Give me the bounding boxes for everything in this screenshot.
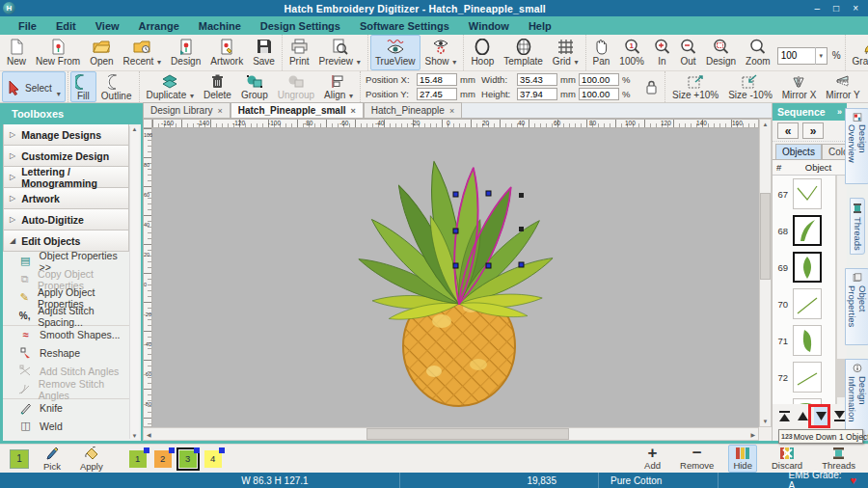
swatch-1[interactable]: 1 bbox=[129, 450, 147, 468]
width-input[interactable] bbox=[517, 73, 557, 86]
sequence-row[interactable]: 70 bbox=[773, 285, 835, 322]
sequence-row[interactable]: 69 bbox=[773, 249, 835, 285]
preview-button[interactable]: Preview ▾ bbox=[314, 35, 366, 70]
toolboxes-scrollbar[interactable]: ▲ ▼ bbox=[129, 126, 139, 439]
align-button[interactable]: Align ▾ bbox=[319, 71, 358, 102]
menu-file[interactable]: File bbox=[10, 18, 45, 34]
panel-arrow-icon[interactable]: » bbox=[837, 107, 842, 117]
grid-button[interactable]: Grid ▾ bbox=[548, 35, 583, 70]
show-dropdown-icon[interactable]: ▾ bbox=[452, 58, 456, 67]
tab-design-library[interactable]: Design Library× bbox=[143, 102, 231, 118]
add-color-button[interactable]: +Add bbox=[639, 445, 665, 473]
tool-adjust-stitch-spacing[interactable]: %,Adjust Stitch Spacing... bbox=[3, 307, 129, 325]
template-button[interactable]: Template bbox=[499, 35, 548, 70]
move-up-button[interactable] bbox=[795, 407, 810, 425]
scroll-down-icon[interactable]: ▼ bbox=[132, 433, 138, 439]
tool-smooth-shapes[interactable]: ≈Smooth Shapes... bbox=[3, 325, 129, 343]
menu-view[interactable]: View bbox=[87, 18, 128, 34]
position-x-input[interactable] bbox=[417, 73, 457, 86]
artwork-button[interactable]: Artwork bbox=[205, 35, 248, 70]
show-button[interactable]: Show ▾ bbox=[420, 35, 462, 70]
scroll-up-icon[interactable]: ▲ bbox=[132, 126, 138, 132]
position-y-input[interactable] bbox=[417, 88, 457, 100]
section-artwork[interactable]: ▷Artwork bbox=[3, 188, 129, 209]
select-button[interactable]: Select ▾ bbox=[2, 71, 66, 102]
zoom-out-button[interactable]: Out bbox=[675, 35, 701, 70]
duplicate-button[interactable]: Duplicate ▾ bbox=[142, 71, 200, 102]
outline-button[interactable]: Outline bbox=[96, 71, 137, 102]
apply-color-button[interactable]: Apply bbox=[75, 445, 108, 474]
sequence-row[interactable]: 72 bbox=[773, 359, 835, 395]
section-auto-digitize[interactable]: ▷Auto-Digitize bbox=[3, 209, 129, 230]
hoop-button[interactable]: Hoop bbox=[466, 35, 499, 70]
graphics-button[interactable]: Graphics bbox=[848, 35, 868, 70]
mirror-x-button[interactable]: Mirror X bbox=[777, 71, 822, 102]
preview-dropdown-icon[interactable]: ▾ bbox=[357, 58, 361, 67]
sequence-object-list[interactable]: 67 68 69 70 71 72 bbox=[773, 176, 836, 404]
menu-design-settings[interactable]: Design Settings bbox=[252, 18, 349, 34]
move-down-button[interactable] bbox=[814, 407, 829, 425]
move-to-top-button[interactable] bbox=[776, 407, 792, 425]
zoom-tool-button[interactable]: Zoom bbox=[741, 35, 775, 70]
tab-close-icon[interactable]: × bbox=[217, 106, 222, 116]
minimize-button[interactable]: – bbox=[815, 3, 821, 14]
grid-dropdown-icon[interactable]: ▾ bbox=[575, 58, 579, 67]
tab-hatch-pineapple[interactable]: Hatch_Pineapple× bbox=[364, 102, 462, 118]
pan-button[interactable]: Pan bbox=[588, 35, 615, 70]
section-manage-designs[interactable]: ▷Manage Designs bbox=[3, 124, 129, 146]
tab-threads[interactable]: Threads bbox=[850, 198, 865, 256]
tab-close-icon[interactable]: × bbox=[350, 106, 355, 116]
open-button[interactable]: Open bbox=[85, 35, 118, 70]
trueview-button[interactable]: TrueView bbox=[370, 35, 420, 70]
discard-unused-button[interactable]: Discard bbox=[767, 445, 807, 473]
menu-machine[interactable]: Machine bbox=[190, 18, 250, 34]
save-button[interactable]: Save bbox=[248, 35, 280, 70]
jump-forward-button[interactable]: » bbox=[802, 122, 824, 139]
zoom-in-button[interactable]: In bbox=[649, 35, 675, 70]
duplicate-dropdown-icon[interactable]: ▾ bbox=[190, 92, 194, 100]
swatch-4[interactable]: 4 bbox=[204, 450, 222, 468]
scroll-right-icon[interactable]: ▶ bbox=[747, 429, 758, 440]
threads-button[interactable]: Threads bbox=[817, 445, 860, 473]
scale-y-input[interactable] bbox=[579, 88, 619, 100]
size-down-button[interactable]: Size -10% bbox=[723, 71, 777, 102]
tool-weld[interactable]: ◫Weld bbox=[3, 417, 129, 435]
tool-reshape[interactable]: Reshape bbox=[3, 343, 129, 362]
menu-window[interactable]: Window bbox=[460, 18, 518, 34]
new-button[interactable]: New bbox=[2, 35, 31, 70]
scroll-down-icon[interactable]: ▼ bbox=[760, 417, 772, 426]
align-dropdown-icon[interactable]: ▾ bbox=[349, 92, 353, 100]
zoom-100-button[interactable]: 1100% bbox=[614, 35, 649, 70]
height-input[interactable] bbox=[517, 88, 557, 100]
design-canvas[interactable] bbox=[152, 128, 759, 427]
scale-x-input[interactable] bbox=[579, 73, 619, 86]
close-button[interactable]: × bbox=[853, 3, 858, 14]
scroll-up-icon[interactable]: ▲ bbox=[760, 120, 772, 129]
maximize-button[interactable]: □ bbox=[833, 3, 839, 14]
jump-back-button[interactable]: « bbox=[777, 122, 799, 139]
size-up-button[interactable]: Size +10% bbox=[667, 71, 723, 102]
menu-help[interactable]: Help bbox=[520, 18, 560, 34]
zoom-level-dropdown-icon[interactable]: ▾ bbox=[815, 47, 827, 65]
fill-button[interactable]: Fill bbox=[70, 71, 96, 102]
remove-color-button[interactable]: −Remove bbox=[675, 445, 719, 473]
sequence-row[interactable]: 68 bbox=[773, 212, 835, 249]
section-lettering[interactable]: ▷Lettering / Monogramming bbox=[3, 167, 129, 188]
tab-object-properties[interactable]: Object Properties bbox=[845, 268, 868, 345]
menu-software-settings[interactable]: Software Settings bbox=[351, 18, 458, 34]
menu-edit[interactable]: Edit bbox=[47, 18, 85, 34]
swatch-2[interactable]: 2 bbox=[154, 450, 172, 468]
canvas-hscroll-thumb[interactable] bbox=[366, 428, 569, 440]
group-button[interactable]: Group bbox=[236, 71, 273, 102]
menu-arrange[interactable]: Arrange bbox=[130, 18, 188, 34]
delete-button[interactable]: Delete bbox=[199, 71, 236, 102]
recent-button[interactable]: Recent ▾ bbox=[119, 35, 166, 70]
tab-hatch-pineapple-small[interactable]: Hatch_Pineapple_small× bbox=[231, 102, 364, 118]
design-library-button[interactable]: Design bbox=[166, 35, 205, 70]
recent-dropdown-icon[interactable]: ▾ bbox=[157, 58, 161, 67]
print-button[interactable]: Print bbox=[285, 35, 314, 70]
zoom-design-button[interactable]: Design bbox=[701, 35, 741, 70]
pick-color-button[interactable]: Pick bbox=[39, 445, 66, 474]
mirror-y-button[interactable]: Mirror Y bbox=[821, 71, 864, 102]
sequence-row-partial[interactable] bbox=[773, 395, 835, 404]
